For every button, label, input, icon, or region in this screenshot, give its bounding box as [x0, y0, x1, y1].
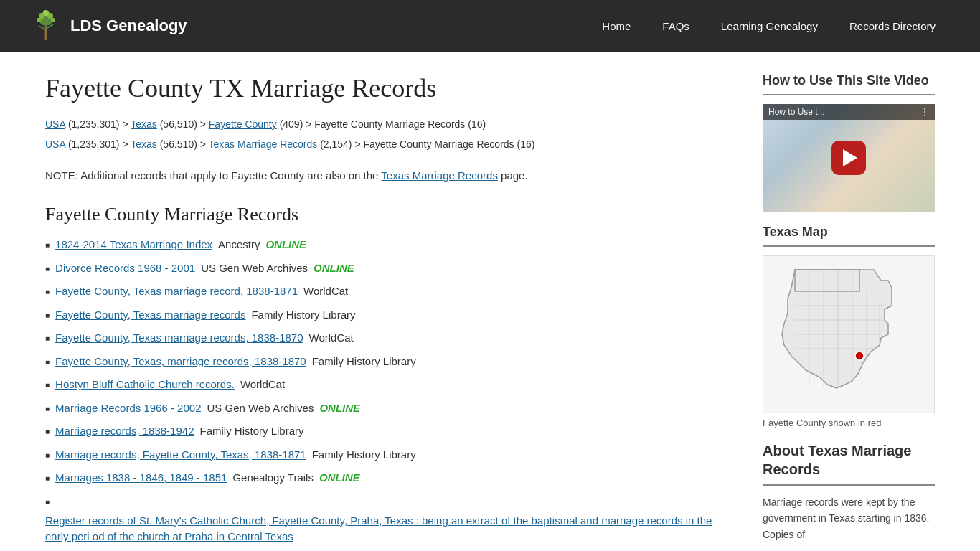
breadcrumb-texas-2[interactable]: Texas — [131, 138, 157, 150]
video-section-title: How to Use This Site Video — [763, 73, 935, 88]
breadcrumb: USA (1,235,301) > Texas (56,510) > Fayet… — [45, 116, 734, 154]
svg-point-7 — [37, 18, 41, 22]
main-nav: Home FAQs Learning Genealogy Records Dir… — [586, 13, 951, 39]
online-badge: ONLINE — [265, 237, 306, 253]
texas-map-section: Texas Map — [763, 225, 935, 428]
site-header: LDS Genealogy Home FAQs Learning Genealo… — [0, 0, 980, 52]
texas-map — [763, 255, 935, 413]
record-link-2[interactable]: Divorce Records 1968 - 2001 — [55, 260, 195, 277]
list-item: Marriages 1838 - 1846, 1849 - 1851 Genea… — [45, 470, 734, 486]
breadcrumb-fayette-county[interactable]: Fayette County — [209, 118, 277, 130]
svg-rect-10 — [795, 270, 859, 291]
page-title: Fayette County TX Marriage Records — [45, 73, 734, 103]
nav-learning-genealogy[interactable]: Learning Genealogy — [705, 13, 834, 39]
list-item: Fayette County, Texas, marriage records,… — [45, 354, 734, 370]
record-link-12[interactable]: Register records of St. Mary's Catholic … — [45, 513, 734, 545]
record-link-11[interactable]: Marriages 1838 - 1846, 1849 - 1851 — [55, 470, 227, 486]
record-link-5[interactable]: Fayette County, Texas marriage records, … — [55, 330, 303, 347]
about-divider — [763, 484, 935, 486]
online-badge: ONLINE — [319, 470, 360, 486]
video-play-button[interactable] — [831, 141, 866, 175]
logo-icon — [29, 9, 63, 43]
list-item: Divorce Records 1968 - 2001 US Gen Web A… — [45, 260, 734, 277]
video-thumbnail[interactable]: How to Use t... ⋮ — [763, 104, 935, 212]
note-text: NOTE: Additional records that apply to F… — [45, 168, 734, 184]
logo[interactable]: LDS Genealogy — [29, 9, 187, 43]
page-wrapper: Fayette County TX Marriage Records USA (… — [31, 52, 949, 551]
svg-point-22 — [855, 352, 864, 360]
sidebar-video-section: How to Use This Site Video How to Use t.… — [763, 73, 935, 212]
online-badge: ONLINE — [314, 260, 354, 277]
list-item: Hostyn Bluff Catholic Church records. Wo… — [45, 377, 734, 393]
play-triangle-icon — [843, 149, 857, 166]
breadcrumb-line-2: USA (1,235,301) > Texas (56,510) > Texas… — [45, 136, 734, 154]
texas-marriage-records-link[interactable]: Texas Marriage Records — [381, 169, 498, 182]
list-item: Fayette County, Texas marriage records F… — [45, 307, 734, 324]
map-divider — [763, 245, 935, 247]
main-content: Fayette County TX Marriage Records USA (… — [45, 73, 734, 551]
list-item: Fayette County, Texas marriage records, … — [45, 330, 734, 347]
logo-text: LDS Genealogy — [70, 17, 187, 35]
nav-faqs[interactable]: FAQs — [646, 13, 705, 39]
online-badge: ONLINE — [319, 400, 360, 417]
about-section-title: About Texas Marriage Records — [763, 441, 935, 479]
records-list: 1824-2014 Texas Marriage Index Ancestry … — [45, 237, 734, 551]
sidebar: How to Use This Site Video How to Use t.… — [763, 73, 935, 551]
record-link-6[interactable]: Fayette County, Texas, marriage records,… — [55, 354, 306, 370]
video-menu-icon: ⋮ — [920, 107, 929, 117]
list-item: Marriage records, Fayette County, Texas,… — [45, 447, 734, 463]
record-link-10[interactable]: Marriage records, Fayette County, Texas,… — [55, 447, 306, 463]
list-item: Fayette County, Texas marriage record, 1… — [45, 283, 734, 300]
list-item: Marriage Records 1966 - 2002 US Gen Web … — [45, 400, 734, 417]
record-link-3[interactable]: Fayette County, Texas marriage record, 1… — [55, 283, 298, 300]
svg-point-8 — [51, 18, 55, 22]
breadcrumb-usa-2[interactable]: USA — [45, 138, 65, 150]
texas-map-title: Texas Map — [763, 225, 935, 240]
video-divider — [763, 94, 935, 95]
breadcrumb-line-1: USA (1,235,301) > Texas (56,510) > Fayet… — [45, 116, 734, 133]
list-item: Register records of St. Mary's Catholic … — [45, 494, 734, 551]
record-link-9[interactable]: Marriage records, 1838-1942 — [55, 423, 194, 440]
list-item: Marriage records, 1838-1942 Family Histo… — [45, 423, 734, 440]
list-item: 1824-2014 Texas Marriage Index Ancestry … — [45, 237, 734, 253]
nav-records-directory[interactable]: Records Directory — [834, 13, 951, 39]
record-link-4[interactable]: Fayette County, Texas marriage records — [55, 307, 245, 324]
record-link-7[interactable]: Hostyn Bluff Catholic Church records. — [55, 377, 235, 393]
map-caption: Fayette County shown in red — [763, 418, 935, 428]
video-title-text: How to Use t... — [768, 107, 825, 117]
record-link-8[interactable]: Marriage Records 1966 - 2002 — [55, 400, 201, 417]
section-title: Fayette County Marriage Records — [45, 204, 734, 225]
breadcrumb-usa-1[interactable]: USA — [45, 118, 65, 130]
video-title-bar: How to Use t... ⋮ — [763, 104, 935, 120]
breadcrumb-texas-1[interactable]: Texas — [131, 118, 157, 130]
svg-point-6 — [43, 10, 49, 16]
about-text: Marriage records were kept by the govern… — [763, 494, 935, 542]
texas-map-svg — [773, 263, 924, 406]
about-section: About Texas Marriage Records Marriage re… — [763, 441, 935, 542]
record-link-1[interactable]: 1824-2014 Texas Marriage Index — [55, 237, 212, 253]
nav-home[interactable]: Home — [586, 13, 646, 39]
breadcrumb-texas-marriage-records[interactable]: Texas Marriage Records — [209, 138, 318, 150]
